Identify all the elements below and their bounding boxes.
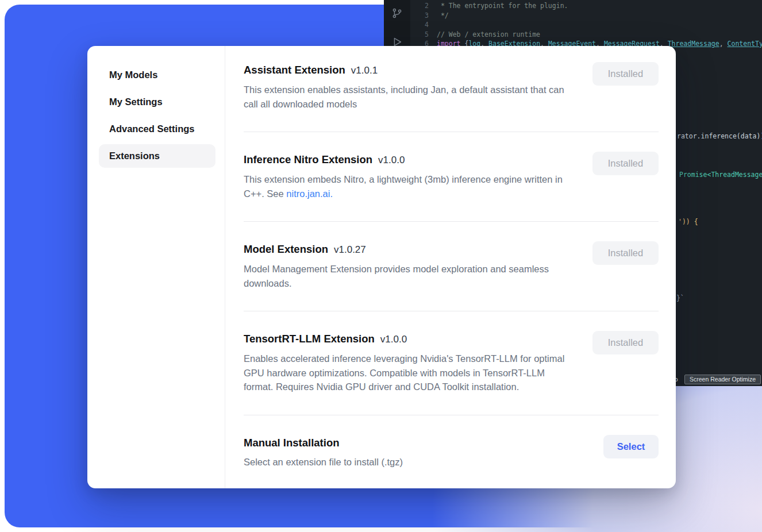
nitro-jan-ai-link[interactable]: nitro.jan.ai. — [286, 188, 333, 199]
sidebar-item-extensions[interactable]: Extensions — [99, 144, 215, 168]
extension-description: This extension embeds Nitro, a lightweig… — [244, 172, 576, 201]
extension-row-model: Model Extensionv1.0.27 Model Management … — [244, 222, 659, 311]
code-line: 4 — [410, 20, 762, 30]
extension-version: v1.0.0 — [378, 155, 405, 165]
extension-description: This extension enables assistants, inclu… — [244, 83, 576, 111]
code-line: 3 */ — [410, 11, 762, 21]
code-line: 2 * The entrypoint for the plugin. — [410, 1, 762, 11]
extension-name: Assistant Extension — [244, 64, 345, 76]
extension-description: Model Management Extension provides mode… — [244, 262, 576, 290]
settings-sidebar: My Models My Settings Advanced Settings … — [87, 46, 225, 488]
code-lines: 2 * The entrypoint for the plugin.3 */45… — [410, 1, 762, 49]
settings-modal: My Models My Settings Advanced Settings … — [87, 46, 676, 488]
extension-row-inference-nitro: Inference Nitro Extensionv1.0.0 This ext… — [244, 132, 659, 222]
extension-name: TensortRT-LLM Extension — [244, 333, 375, 345]
select-file-button[interactable]: Select — [603, 435, 659, 458]
extension-name: Inference Nitro Extension — [244, 153, 372, 165]
extension-name: Model Extension — [244, 243, 328, 255]
extension-row-assistant: Assistant Extensionv1.0.1 This extension… — [244, 46, 659, 132]
extension-title: TensortRT-LLM Extensionv1.0.0 — [244, 332, 576, 346]
extension-row-tensorrt-llm: TensortRT-LLM Extensionv1.0.0 Enables ac… — [244, 311, 659, 415]
extension-version: v1.0.0 — [380, 334, 407, 345]
manual-installation-title: Manual Installation — [244, 436, 403, 449]
manual-installation-row: Manual Installation Select an extension … — [244, 415, 659, 489]
extension-version: v1.0.1 — [351, 65, 378, 76]
screen-reader-chip[interactable]: Screen Reader Optimize — [684, 375, 761, 384]
sidebar-item-advanced-settings[interactable]: Advanced Settings — [99, 117, 215, 141]
code-fragment: rator.inference(data)); — [677, 132, 762, 140]
code-fragment: Promise<ThreadMessage> — [679, 171, 762, 179]
extension-title: Inference Nitro Extensionv1.0.0 — [244, 153, 576, 167]
manual-installation-description: Select an extension file to install (.tg… — [244, 455, 403, 469]
extension-version: v1.0.27 — [334, 244, 366, 255]
extensions-list: Assistant Extensionv1.0.1 This extension… — [225, 46, 676, 488]
installed-button[interactable]: Installed — [592, 62, 659, 86]
sidebar-item-my-models[interactable]: My Models — [99, 63, 215, 87]
code-line: 5// Web / extension runtime — [410, 30, 762, 40]
extension-title: Model Extensionv1.0.27 — [244, 242, 576, 256]
installed-button[interactable]: Installed — [592, 331, 659, 354]
installed-button[interactable]: Installed — [592, 152, 659, 175]
sidebar-item-my-settings[interactable]: My Settings — [99, 90, 215, 114]
installed-button[interactable]: Installed — [592, 241, 659, 265]
extension-title: Assistant Extensionv1.0.1 — [244, 63, 576, 77]
git-branch-icon[interactable] — [391, 7, 403, 20]
extension-description: Enables accelerated inference leveraging… — [244, 352, 576, 394]
code-fragment: ')) { — [678, 218, 698, 226]
